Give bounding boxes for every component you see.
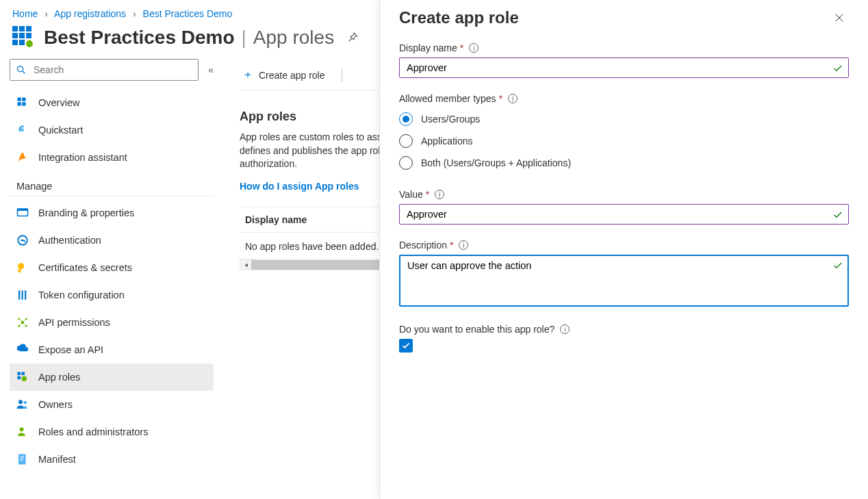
sidebar-item-label: Roles and administrators: [38, 426, 148, 437]
breadcrumb-home[interactable]: Home: [12, 8, 38, 19]
sidebar-item-manifest[interactable]: Manifest: [10, 446, 214, 473]
member-type-option-2[interactable]: Both (Users/Groups + Applications): [399, 152, 849, 174]
panel-title: Create app role: [399, 8, 519, 27]
info-icon[interactable]: i: [560, 324, 570, 334]
svg-rect-6: [12, 40, 18, 45]
radio-icon: [399, 134, 413, 148]
manifest-icon: [16, 453, 29, 465]
svg-rect-4: [19, 33, 25, 38]
collapse-sidebar-icon[interactable]: «: [208, 64, 214, 75]
title-separator: |: [242, 27, 246, 49]
sidebar-item-label: Authentication: [38, 235, 101, 246]
svg-rect-37: [20, 459, 24, 459]
create-app-role-panel: Create app role Display name * i Allowed…: [379, 0, 868, 499]
svg-rect-5: [26, 33, 31, 38]
sidebar-item-app-roles[interactable]: App roles: [10, 363, 214, 391]
required-icon: *: [426, 189, 429, 200]
svg-point-10: [18, 66, 23, 72]
radio-icon: [399, 112, 413, 126]
nav-group-manage: Manage: [10, 171, 214, 196]
description-label: Description: [399, 240, 447, 251]
sidebar-item-label: Integration assistant: [38, 152, 127, 163]
svg-rect-29: [22, 372, 25, 376]
sidebar-item-expose-api[interactable]: Expose an API: [10, 336, 214, 363]
sidebar-item-label: Overview: [38, 97, 79, 108]
pin-icon[interactable]: [346, 31, 359, 44]
svg-rect-1: [19, 26, 25, 31]
svg-point-32: [18, 400, 23, 404]
info-icon[interactable]: i: [469, 43, 478, 53]
sidebar-item-api-perm[interactable]: API permissions: [10, 309, 214, 336]
quickstart-icon: [16, 124, 29, 136]
radio-icon: [399, 156, 413, 170]
member-types-label: Allowed member types: [399, 93, 496, 104]
required-icon: *: [450, 240, 453, 251]
sidebar-item-roles-admin[interactable]: Roles and administrators: [10, 418, 214, 446]
app-icon: [12, 26, 36, 49]
member-type-option-0[interactable]: Users/Groups: [399, 108, 849, 130]
sidebar-item-label: Branding & properties: [38, 207, 134, 218]
sidebar-item-label: Certificates & secrets: [38, 262, 132, 273]
svg-rect-22: [25, 290, 26, 300]
info-icon[interactable]: i: [459, 240, 468, 250]
plus-icon: ＋: [242, 68, 253, 82]
svg-rect-36: [20, 457, 24, 457]
description-input[interactable]: [399, 255, 849, 307]
app-title: Best Practices Demo: [44, 27, 235, 49]
close-icon[interactable]: [830, 8, 849, 27]
branding-icon: [16, 207, 29, 219]
svg-point-34: [20, 427, 24, 431]
display-name-label: Display name: [399, 42, 457, 53]
svg-rect-17: [18, 209, 28, 211]
search-box[interactable]: [10, 59, 199, 81]
sidebar-item-label: App roles: [38, 372, 80, 383]
sidebar-item-owners[interactable]: Owners: [10, 391, 214, 418]
svg-point-19: [18, 263, 24, 269]
value-label: Value: [399, 189, 423, 200]
sidebar-item-quickstart[interactable]: Quickstart: [10, 116, 214, 144]
create-app-role-label: Create app role: [259, 70, 325, 81]
app-roles-icon: [16, 371, 29, 383]
member-type-label: Both (Users/Groups + Applications): [421, 157, 571, 168]
info-icon[interactable]: i: [508, 94, 518, 103]
sidebar: « OverviewQuickstartIntegration assistan…: [0, 59, 223, 473]
breadcrumb-appreg[interactable]: App registrations: [54, 8, 126, 19]
sidebar-item-label: Expose an API: [38, 344, 103, 355]
breadcrumb-current[interactable]: Best Practices Demo: [143, 8, 233, 19]
sidebar-item-label: API permissions: [38, 317, 110, 328]
sidebar-item-token[interactable]: Token configuration: [10, 281, 214, 309]
check-icon: [832, 63, 843, 74]
svg-point-31: [22, 376, 27, 382]
display-name-input[interactable]: [399, 57, 849, 78]
member-type-option-1[interactable]: Applications: [399, 130, 849, 152]
svg-rect-3: [12, 33, 18, 38]
required-icon: *: [460, 42, 463, 53]
sidebar-item-label: Manifest: [38, 454, 76, 465]
chevron-right-icon: ›: [133, 8, 136, 19]
search-input[interactable]: [32, 64, 192, 76]
scroll-left-icon[interactable]: ◂: [240, 260, 251, 270]
enable-checkbox[interactable]: [399, 339, 413, 353]
svg-point-9: [27, 40, 31, 43]
svg-rect-38: [20, 461, 23, 461]
search-icon: [16, 64, 27, 75]
value-input[interactable]: [399, 204, 849, 225]
svg-rect-12: [22, 98, 25, 101]
create-app-role-button[interactable]: ＋ Create app role: [240, 68, 328, 82]
sidebar-item-overview[interactable]: Overview: [10, 89, 214, 116]
check-icon: [832, 209, 843, 220]
info-icon[interactable]: i: [435, 190, 444, 199]
sidebar-item-branding[interactable]: Branding & properties: [10, 199, 214, 227]
svg-rect-7: [19, 40, 25, 45]
sidebar-item-label: Token configuration: [38, 290, 125, 300]
sidebar-item-label: Quickstart: [38, 125, 83, 136]
owners-icon: [16, 398, 29, 411]
cert-icon: [16, 261, 29, 274]
sidebar-item-cert[interactable]: Certificates & secrets: [10, 254, 214, 281]
svg-rect-21: [22, 290, 23, 300]
sidebar-item-auth[interactable]: Authentication: [10, 227, 214, 254]
sidebar-item-integration[interactable]: Integration assistant: [10, 144, 214, 171]
svg-rect-0: [12, 26, 18, 31]
svg-rect-2: [26, 26, 31, 31]
expose-api-icon: [16, 344, 29, 356]
